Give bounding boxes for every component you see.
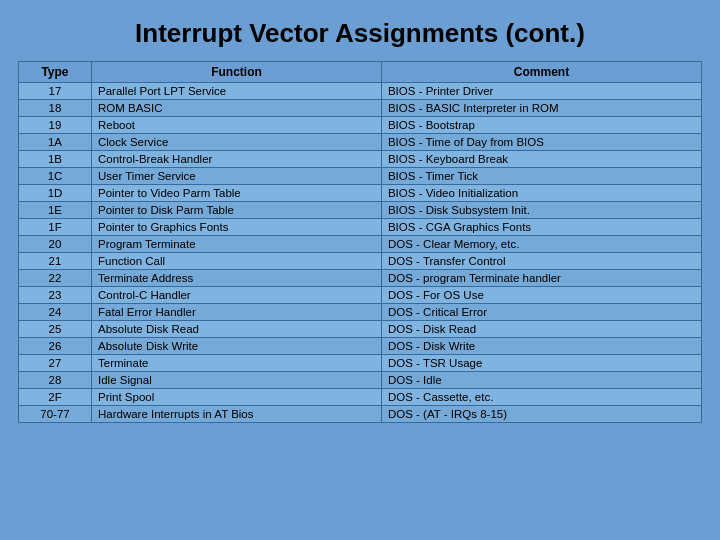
cell-r6-c0: 1D: [19, 185, 92, 202]
cell-r7-c1: Pointer to Disk Parm Table: [91, 202, 381, 219]
table-row: 23Control-C HandlerDOS - For OS Use: [19, 287, 702, 304]
table-row: 25Absolute Disk ReadDOS - Disk Read: [19, 321, 702, 338]
cell-r9-c1: Program Terminate: [91, 236, 381, 253]
cell-r0-c2: BIOS - Printer Driver: [381, 83, 701, 100]
cell-r8-c1: Pointer to Graphics Fonts: [91, 219, 381, 236]
interrupt-vector-table: Type Function Comment 17Parallel Port LP…: [18, 61, 702, 423]
table-row: 1EPointer to Disk Parm TableBIOS - Disk …: [19, 202, 702, 219]
cell-r19-c0: 70-77: [19, 406, 92, 423]
cell-r8-c2: BIOS - CGA Graphics Fonts: [381, 219, 701, 236]
cell-r1-c1: ROM BASIC: [91, 100, 381, 117]
cell-r14-c1: Absolute Disk Read: [91, 321, 381, 338]
cell-r1-c2: BIOS - BASIC Interpreter in ROM: [381, 100, 701, 117]
cell-r5-c2: BIOS - Timer Tick: [381, 168, 701, 185]
cell-r2-c2: BIOS - Bootstrap: [381, 117, 701, 134]
cell-r15-c2: DOS - Disk Write: [381, 338, 701, 355]
table-row: 1AClock ServiceBIOS - Time of Day from B…: [19, 134, 702, 151]
cell-r13-c0: 24: [19, 304, 92, 321]
cell-r16-c1: Terminate: [91, 355, 381, 372]
table-row: 2FPrint SpoolDOS - Cassette, etc.: [19, 389, 702, 406]
table-row: 26Absolute Disk WriteDOS - Disk Write: [19, 338, 702, 355]
cell-r3-c2: BIOS - Time of Day from BIOS: [381, 134, 701, 151]
cell-r8-c0: 1F: [19, 219, 92, 236]
cell-r13-c1: Fatal Error Handler: [91, 304, 381, 321]
cell-r6-c2: BIOS - Video Initialization: [381, 185, 701, 202]
cell-r2-c0: 19: [19, 117, 92, 134]
cell-r10-c1: Function Call: [91, 253, 381, 270]
col-header-type: Type: [19, 62, 92, 83]
cell-r17-c1: Idle Signal: [91, 372, 381, 389]
cell-r11-c0: 22: [19, 270, 92, 287]
cell-r0-c1: Parallel Port LPT Service: [91, 83, 381, 100]
cell-r5-c1: User Timer Service: [91, 168, 381, 185]
table-row: 22Terminate AddressDOS - program Termina…: [19, 270, 702, 287]
table-row: 21Function CallDOS - Transfer Control: [19, 253, 702, 270]
table-row: 28Idle SignalDOS - Idle: [19, 372, 702, 389]
cell-r3-c1: Clock Service: [91, 134, 381, 151]
cell-r18-c0: 2F: [19, 389, 92, 406]
cell-r1-c0: 18: [19, 100, 92, 117]
page-title: Interrupt Vector Assignments (cont.): [135, 18, 585, 49]
table-row: 1FPointer to Graphics FontsBIOS - CGA Gr…: [19, 219, 702, 236]
table-row: 70-77Hardware Interrupts in AT BiosDOS -…: [19, 406, 702, 423]
cell-r14-c2: DOS - Disk Read: [381, 321, 701, 338]
cell-r17-c0: 28: [19, 372, 92, 389]
cell-r2-c1: Reboot: [91, 117, 381, 134]
table-row: 27TerminateDOS - TSR Usage: [19, 355, 702, 372]
cell-r4-c0: 1B: [19, 151, 92, 168]
cell-r12-c1: Control-C Handler: [91, 287, 381, 304]
cell-r17-c2: DOS - Idle: [381, 372, 701, 389]
cell-r11-c2: DOS - program Terminate handler: [381, 270, 701, 287]
cell-r14-c0: 25: [19, 321, 92, 338]
cell-r16-c0: 27: [19, 355, 92, 372]
cell-r3-c0: 1A: [19, 134, 92, 151]
cell-r10-c0: 21: [19, 253, 92, 270]
table-row: 24Fatal Error HandlerDOS - Critical Erro…: [19, 304, 702, 321]
cell-r15-c1: Absolute Disk Write: [91, 338, 381, 355]
table-container: Type Function Comment 17Parallel Port LP…: [0, 61, 720, 433]
cell-r19-c2: DOS - (AT - IRQs 8-15): [381, 406, 701, 423]
col-header-function: Function: [91, 62, 381, 83]
cell-r19-c1: Hardware Interrupts in AT Bios: [91, 406, 381, 423]
cell-r9-c0: 20: [19, 236, 92, 253]
cell-r0-c0: 17: [19, 83, 92, 100]
table-row: 17Parallel Port LPT ServiceBIOS - Printe…: [19, 83, 702, 100]
cell-r11-c1: Terminate Address: [91, 270, 381, 287]
cell-r7-c2: BIOS - Disk Subsystem Init.: [381, 202, 701, 219]
col-header-comment: Comment: [381, 62, 701, 83]
cell-r7-c0: 1E: [19, 202, 92, 219]
cell-r6-c1: Pointer to Video Parm Table: [91, 185, 381, 202]
table-row: 1CUser Timer ServiceBIOS - Timer Tick: [19, 168, 702, 185]
cell-r4-c1: Control-Break Handler: [91, 151, 381, 168]
cell-r5-c0: 1C: [19, 168, 92, 185]
table-row: 20Program TerminateDOS - Clear Memory, e…: [19, 236, 702, 253]
cell-r10-c2: DOS - Transfer Control: [381, 253, 701, 270]
cell-r16-c2: DOS - TSR Usage: [381, 355, 701, 372]
table-row: 19RebootBIOS - Bootstrap: [19, 117, 702, 134]
cell-r4-c2: BIOS - Keyboard Break: [381, 151, 701, 168]
table-row: 18ROM BASICBIOS - BASIC Interpreter in R…: [19, 100, 702, 117]
table-row: 1BControl-Break HandlerBIOS - Keyboard B…: [19, 151, 702, 168]
cell-r12-c2: DOS - For OS Use: [381, 287, 701, 304]
cell-r13-c2: DOS - Critical Error: [381, 304, 701, 321]
cell-r12-c0: 23: [19, 287, 92, 304]
cell-r18-c2: DOS - Cassette, etc.: [381, 389, 701, 406]
cell-r15-c0: 26: [19, 338, 92, 355]
table-row: 1DPointer to Video Parm TableBIOS - Vide…: [19, 185, 702, 202]
cell-r9-c2: DOS - Clear Memory, etc.: [381, 236, 701, 253]
cell-r18-c1: Print Spool: [91, 389, 381, 406]
